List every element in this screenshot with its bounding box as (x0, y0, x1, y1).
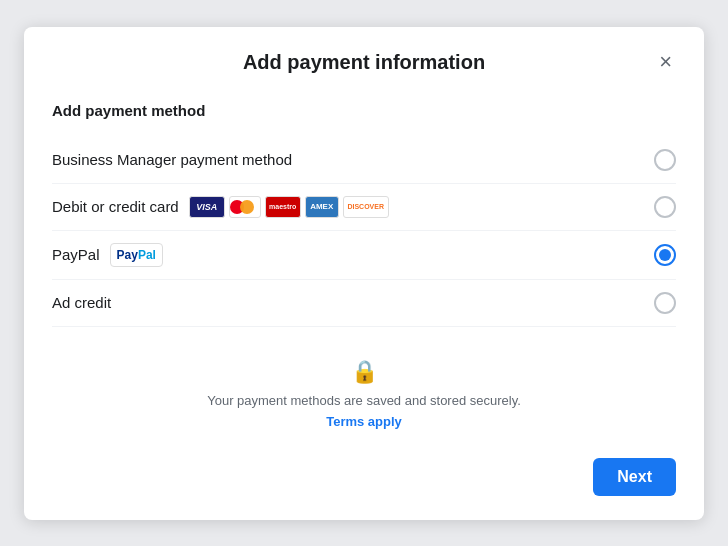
radio-business-manager[interactable] (654, 149, 676, 171)
terms-link[interactable]: Terms apply (326, 414, 402, 429)
paypal-label: PayPal (52, 246, 100, 263)
lock-icon: 🔒 (52, 359, 676, 385)
payment-option-left-debit: Debit or credit card VISA maestro AMEX D… (52, 196, 389, 218)
payment-option-left-ad: Ad credit (52, 294, 111, 311)
modal-header: Add payment information × (52, 51, 676, 74)
payment-option-debit-credit[interactable]: Debit or credit card VISA maestro AMEX D… (52, 184, 676, 231)
radio-paypal[interactable] (654, 244, 676, 266)
modal-footer: Next (52, 446, 676, 496)
payment-option-paypal[interactable]: PayPal PayPal (52, 231, 676, 280)
payment-option-left-paypal: PayPal PayPal (52, 243, 163, 267)
radio-debit-credit[interactable] (654, 196, 676, 218)
security-text: Your payment methods are saved and store… (52, 393, 676, 408)
add-payment-modal: Add payment information × Add payment me… (24, 27, 704, 520)
paypal-pay-text: Pay (117, 248, 138, 262)
maestro-icon: maestro (265, 196, 301, 218)
paypal-pal-text: Pal (138, 248, 156, 262)
close-button[interactable]: × (655, 47, 676, 77)
payment-option-ad-credit[interactable]: Ad credit (52, 280, 676, 327)
security-section: 🔒 Your payment methods are saved and sto… (52, 327, 676, 446)
debit-credit-label: Debit or credit card (52, 198, 179, 215)
business-manager-label: Business Manager payment method (52, 151, 292, 168)
discover-icon: DISCOVER (343, 196, 389, 218)
section-title: Add payment method (52, 102, 676, 119)
ad-credit-label: Ad credit (52, 294, 111, 311)
amex-icon: AMEX (305, 196, 339, 218)
modal-title: Add payment information (243, 51, 485, 74)
visa-icon: VISA (189, 196, 225, 218)
mastercard-icon (229, 196, 261, 218)
payment-option-business-manager[interactable]: Business Manager payment method (52, 137, 676, 184)
paypal-badge: PayPal (110, 243, 163, 267)
card-icons: VISA maestro AMEX DISCOVER (189, 196, 389, 218)
next-button[interactable]: Next (593, 458, 676, 496)
payment-option-left: Business Manager payment method (52, 151, 292, 168)
radio-ad-credit[interactable] (654, 292, 676, 314)
radio-inner-paypal (659, 249, 671, 261)
